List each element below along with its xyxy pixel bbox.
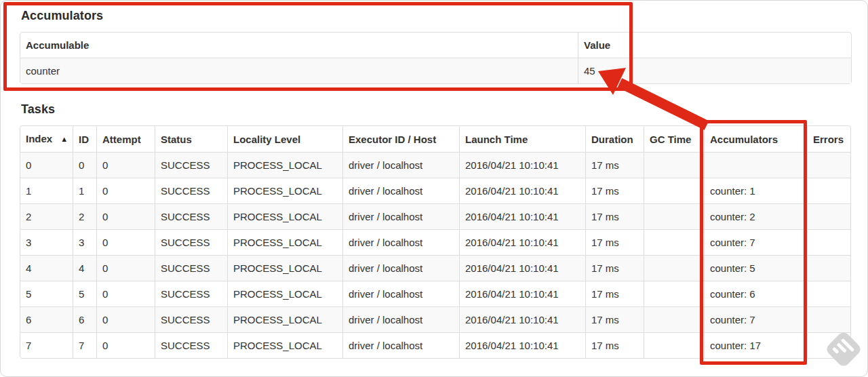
table-row: 660SUCCESSPROCESS_LOCALdriver / localhos… bbox=[20, 306, 850, 332]
table-cell: PROCESS_LOCAL bbox=[227, 152, 342, 178]
column-header-duration[interactable]: Duration bbox=[585, 126, 644, 152]
column-header-attempt[interactable]: Attempt bbox=[96, 126, 155, 152]
table-cell: counter: 7 bbox=[704, 229, 807, 255]
table-cell: driver / localhost bbox=[342, 178, 459, 203]
table-cell: 17 ms bbox=[585, 229, 644, 255]
table-cell bbox=[644, 178, 704, 203]
table-cell: SUCCESS bbox=[155, 306, 227, 332]
table-cell: 17 ms bbox=[585, 178, 644, 203]
table-cell: PROCESS_LOCAL bbox=[227, 306, 342, 332]
table-cell: SUCCESS bbox=[155, 332, 227, 358]
table-cell: SUCCESS bbox=[155, 152, 227, 178]
column-header-value[interactable]: Value bbox=[578, 33, 851, 58]
table-row: 220SUCCESSPROCESS_LOCALdriver / localhos… bbox=[20, 203, 850, 229]
table-cell: driver / localhost bbox=[342, 306, 459, 332]
table-cell: 4 bbox=[73, 255, 96, 281]
table-row: 770SUCCESSPROCESS_LOCALdriver / localhos… bbox=[20, 332, 850, 358]
table-cell: 5 bbox=[73, 281, 96, 306]
spark-ui-page: Accumulators Accumulable Value counter45… bbox=[0, 0, 868, 377]
column-header-executor-id-host[interactable]: Executor ID / Host bbox=[342, 126, 459, 152]
table-cell: SUCCESS bbox=[155, 255, 227, 281]
column-header-accumulators[interactable]: Accumulators bbox=[704, 126, 807, 152]
column-header-status[interactable]: Status bbox=[155, 126, 227, 152]
table-cell bbox=[807, 152, 850, 178]
table-cell: PROCESS_LOCAL bbox=[227, 332, 342, 358]
table-cell: 5 bbox=[20, 281, 73, 306]
sort-ascending-icon: ▲ bbox=[60, 135, 68, 143]
table-row: 440SUCCESSPROCESS_LOCALdriver / localhos… bbox=[20, 255, 850, 281]
table-cell bbox=[807, 229, 850, 255]
table-cell bbox=[644, 255, 704, 281]
table-cell: 7 bbox=[73, 332, 96, 358]
table-row: 110SUCCESSPROCESS_LOCALdriver / localhos… bbox=[20, 178, 850, 203]
table-cell: 2016/04/21 10:10:41 bbox=[459, 178, 585, 203]
table-cell: driver / localhost bbox=[342, 332, 459, 358]
table-cell: driver / localhost bbox=[342, 281, 459, 306]
table-cell: 45 bbox=[578, 58, 851, 83]
table-cell: 0 bbox=[96, 178, 155, 203]
column-header-launch-time[interactable]: Launch Time bbox=[459, 126, 585, 152]
page-content: Accumulators Accumulable Value counter45… bbox=[1, 1, 867, 359]
column-header-id[interactable]: ID bbox=[73, 126, 96, 152]
column-header-locality-level[interactable]: Locality Level bbox=[227, 126, 342, 152]
table-cell: 1 bbox=[20, 178, 73, 203]
table-cell: driver / localhost bbox=[342, 255, 459, 281]
accumulators-table-body: counter45 bbox=[20, 58, 851, 83]
table-cell: 2016/04/21 10:10:41 bbox=[459, 281, 585, 306]
table-cell: driver / localhost bbox=[342, 229, 459, 255]
table-cell: 0 bbox=[96, 255, 155, 281]
table-cell: PROCESS_LOCAL bbox=[227, 178, 342, 203]
table-cell: 7 bbox=[20, 332, 73, 358]
table-cell: SUCCESS bbox=[155, 229, 227, 255]
table-cell bbox=[644, 203, 704, 229]
table-cell: 0 bbox=[96, 332, 155, 358]
table-cell: counter: 1 bbox=[704, 178, 807, 203]
table-cell: 0 bbox=[96, 281, 155, 306]
column-header-accumulable[interactable]: Accumulable bbox=[20, 33, 578, 58]
table-cell bbox=[644, 229, 704, 255]
column-header-index-label: Index bbox=[26, 133, 52, 144]
table-cell: counter: 2 bbox=[704, 203, 807, 229]
tasks-table-body: 000SUCCESSPROCESS_LOCALdriver / localhos… bbox=[20, 152, 850, 358]
table-cell: 2016/04/21 10:10:41 bbox=[459, 255, 585, 281]
table-header-row: Index ▲ ID Attempt Status Locality Level… bbox=[20, 126, 850, 152]
table-cell: 17 ms bbox=[585, 306, 644, 332]
table-cell bbox=[807, 281, 850, 306]
table-cell: SUCCESS bbox=[155, 178, 227, 203]
table-cell: 2 bbox=[73, 203, 96, 229]
table-row: 330SUCCESSPROCESS_LOCALdriver / localhos… bbox=[20, 229, 850, 255]
table-cell: counter bbox=[20, 58, 578, 83]
table-cell bbox=[807, 178, 850, 203]
column-header-index[interactable]: Index ▲ bbox=[20, 126, 73, 152]
table-cell: PROCESS_LOCAL bbox=[227, 281, 342, 306]
table-cell: 0 bbox=[96, 152, 155, 178]
table-cell bbox=[807, 255, 850, 281]
table-cell: 3 bbox=[73, 229, 96, 255]
table-cell: counter: 7 bbox=[704, 306, 807, 332]
table-cell: SUCCESS bbox=[155, 203, 227, 229]
accumulators-table: Accumulable Value counter45 bbox=[20, 32, 852, 84]
table-cell: 17 ms bbox=[585, 152, 644, 178]
table-cell bbox=[644, 306, 704, 332]
table-cell: 0 bbox=[96, 229, 155, 255]
tasks-table-header: Index ▲ ID Attempt Status Locality Level… bbox=[20, 126, 850, 152]
table-cell: 17 ms bbox=[585, 332, 644, 358]
table-cell: 4 bbox=[20, 255, 73, 281]
column-header-errors[interactable]: Errors bbox=[807, 126, 850, 152]
column-header-gc-time[interactable]: GC Time bbox=[644, 126, 704, 152]
table-cell: 6 bbox=[73, 306, 96, 332]
table-cell: 2016/04/21 10:10:41 bbox=[459, 203, 585, 229]
table-cell: 2016/04/21 10:10:41 bbox=[459, 332, 585, 358]
table-row: counter45 bbox=[20, 58, 851, 83]
table-cell: driver / localhost bbox=[342, 203, 459, 229]
table-cell: counter: 5 bbox=[704, 255, 807, 281]
table-cell: SUCCESS bbox=[155, 281, 227, 306]
table-cell bbox=[644, 281, 704, 306]
table-cell: 2016/04/21 10:10:41 bbox=[459, 229, 585, 255]
accumulators-table-header: Accumulable Value bbox=[20, 33, 851, 58]
table-cell: 0 bbox=[20, 152, 73, 178]
table-cell bbox=[807, 203, 850, 229]
table-cell: 6 bbox=[20, 306, 73, 332]
tasks-section-title: Tasks bbox=[21, 102, 867, 117]
table-cell: 1 bbox=[73, 178, 96, 203]
